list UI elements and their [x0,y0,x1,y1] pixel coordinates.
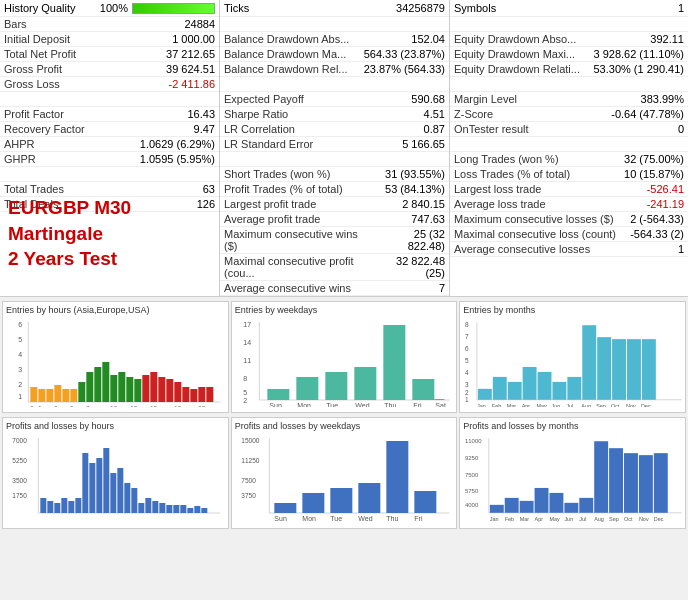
svg-text:Jun: Jun [552,403,561,407]
svg-text:Nov: Nov [626,403,636,407]
spacer-c2c [220,152,449,167]
svg-text:Wed: Wed [355,402,369,407]
initial-deposit-row: Initial Deposit1 000.00 [0,32,219,47]
svg-text:Mon: Mon [297,402,311,407]
largest-loss-row: Largest loss trade-526.41 [450,182,688,197]
svg-rect-30 [206,387,213,402]
svg-text:Aug: Aug [595,516,605,522]
charts-row1: Entries by hours (Asia,Europe,USA) 6 5 4… [0,297,688,415]
ticks-row: Ticks 34256879 [220,0,449,17]
hq-bar-fill [133,4,214,13]
hq-value: 100% [98,2,128,14]
svg-rect-108 [75,498,81,513]
maximal-consec-profit-row: Maximal consecutive profit (cou...32 822… [220,254,449,281]
svg-text:3: 3 [18,366,22,373]
svg-rect-53 [383,325,405,400]
avg-loss-row: Average loss trade-241.19 [450,197,688,212]
chart-entries-months-svg: 8 7 6 5 4 3 2 1 [463,317,682,407]
svg-rect-113 [110,473,116,513]
svg-rect-74 [493,377,507,400]
svg-rect-8 [30,387,37,402]
overlay-line2: Martingale [8,221,131,247]
margin-level-row: Margin Level383.99% [450,92,688,107]
svg-rect-12 [62,389,69,402]
svg-text:7: 7 [86,405,90,407]
svg-text:4: 4 [18,351,22,358]
svg-text:Sun: Sun [269,402,282,407]
chart-entries-months: Entries by months 8 7 6 5 4 3 2 1 [459,301,686,413]
svg-text:3500: 3500 [12,477,27,484]
svg-rect-137 [386,441,408,513]
history-quality-row: History Quality 100% [0,0,219,17]
svg-text:7500: 7500 [241,477,256,484]
svg-rect-109 [82,453,88,513]
svg-rect-117 [138,503,144,513]
symbols-value: 1 [678,2,684,14]
svg-text:3: 3 [54,405,58,407]
svg-text:Jun: Jun [565,516,574,522]
svg-rect-16 [94,367,101,402]
svg-rect-114 [117,468,123,513]
svg-text:Oct: Oct [611,403,620,407]
charts-row2: Profits and losses by hours 7000 5250 35… [0,415,688,533]
svg-rect-138 [414,491,436,513]
svg-text:1: 1 [38,405,42,407]
svg-text:1750: 1750 [12,492,27,499]
svg-text:Jan: Jan [490,516,499,522]
spacer1 [0,92,219,107]
chart-pl-weekdays-svg: 15000 11250 7500 3750 Sun Mon Tue Wed Th… [235,433,454,523]
svg-rect-10 [46,389,53,402]
svg-text:Nov: Nov [639,516,649,522]
lr-stderr-row: LR Standard Error5 166.65 [220,137,449,152]
svg-rect-21 [134,379,141,402]
svg-text:Tue: Tue [330,515,342,522]
total-net-profit-row: Total Net Profit37 212.65 [0,47,219,62]
svg-rect-13 [70,389,77,402]
chart-entries-weekdays-title: Entries by weekdays [235,305,454,315]
chart-entries-weekdays-svg: 17 14 11 8 5 2 [235,317,454,407]
svg-text:4000: 4000 [465,502,479,508]
bal-dd-max-row: Balance Drawdown Ma...564.33 (23.87%) [220,47,449,62]
svg-rect-111 [96,458,102,513]
svg-text:6: 6 [465,345,469,352]
svg-rect-115 [124,483,130,513]
svg-text:May: May [550,516,561,522]
svg-text:Mon: Mon [302,515,316,522]
spacer2 [0,167,219,182]
sharpe-row: Sharpe Ratio4.51 [220,107,449,122]
svg-rect-118 [145,498,151,513]
svg-rect-112 [103,448,109,513]
svg-text:22: 22 [198,405,205,407]
svg-text:10: 10 [110,405,117,407]
spacer-c3b [450,77,688,92]
svg-rect-24 [158,377,165,402]
chart-pl-hours-svg: 7000 5250 3500 1750 [6,433,225,523]
svg-rect-104 [47,501,53,513]
hq-bar-container [132,3,215,14]
svg-text:19: 19 [174,405,181,407]
svg-rect-159 [595,441,609,513]
gross-profit-row: Gross Profit39 624.51 [0,62,219,77]
svg-rect-105 [54,503,60,513]
svg-rect-161 [624,453,638,513]
svg-rect-124 [187,508,193,513]
svg-rect-152 [490,505,504,513]
svg-text:7500: 7500 [465,472,479,478]
svg-text:Mar: Mar [520,516,530,522]
svg-rect-106 [61,498,67,513]
svg-text:14: 14 [243,339,251,346]
ticks-label: Ticks [224,2,396,14]
chart-pl-weekdays-title: Profits and losses by weekdays [235,421,454,431]
svg-text:11250: 11250 [241,457,259,464]
bal-dd-rel-row: Balance Drawdown Rel...23.87% (564.33) [220,62,449,77]
maximal-consec-loss-row: Maximal consecutive loss (count)-564.33 … [450,227,688,242]
svg-rect-55 [434,399,444,400]
bal-dd-abs-row: Balance Drawdown Abs...152.04 [220,32,449,47]
svg-text:9250: 9250 [465,455,479,461]
overlay-line3: 2 Years Test [8,246,131,272]
svg-rect-103 [40,498,46,513]
svg-text:1: 1 [465,396,469,403]
svg-rect-75 [508,382,522,400]
svg-rect-125 [194,506,200,513]
chart-entries-weekdays: Entries by weekdays 17 14 11 8 5 2 [231,301,458,413]
